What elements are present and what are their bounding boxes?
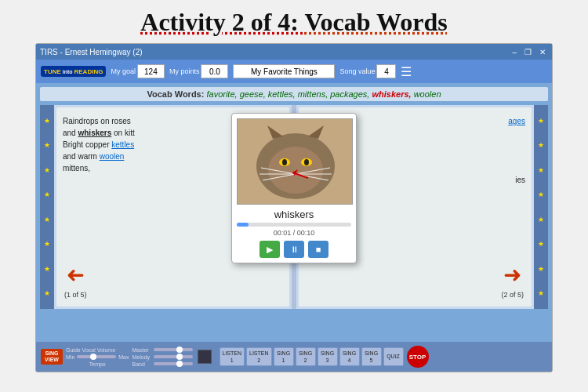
quiz-button[interactable]: QUIZ [383, 347, 404, 366]
svg-point-8 [304, 159, 309, 165]
master-melody-group: Master Melody Band [132, 347, 193, 367]
my-points-label: My points [169, 67, 200, 75]
vocab-word-5: packages, [330, 89, 369, 99]
title-bar: TIRS - Ernest Hemingway (2) – ❐ ✕ [36, 44, 552, 60]
vocab-word-2: geese, [240, 89, 266, 99]
nav-right-container: ➜ (2 of 5) [501, 259, 524, 301]
tempo-row: Min Max [66, 354, 129, 360]
band-label: Band [132, 361, 151, 367]
vocab-word-7: woolen [414, 89, 441, 99]
melody-slider[interactable] [154, 355, 193, 358]
bottom-bar: SINGVIEW Guide Vocal Volume Min Max Temp… [36, 342, 552, 372]
vocab-word-6: whiskers, [372, 89, 411, 99]
master-slider[interactable] [154, 348, 193, 351]
song-value-label: Song value [339, 67, 375, 75]
progress-bar-fill [237, 223, 249, 227]
star-border-left: ★★ ★★ ★★ ★★ [40, 105, 54, 309]
app-window: TIRS - Ernest Hemingway (2) – ❐ ✕ TUNE i… [35, 43, 553, 372]
popup-word: whiskers [237, 209, 351, 220]
logo-text3: READING [74, 68, 103, 75]
sing2-button[interactable]: SING2 [296, 347, 316, 366]
melody-label: Melody [132, 354, 151, 360]
min-label: Min [66, 354, 74, 360]
sing3-button[interactable]: SING3 [318, 347, 338, 366]
tempo-slider[interactable] [77, 355, 116, 358]
sing4-button[interactable]: SING4 [339, 347, 360, 366]
nav-left-arrow[interactable]: ➜ [67, 259, 85, 292]
ages-link[interactable]: ages [508, 117, 525, 125]
stop-button[interactable]: ■ [308, 241, 328, 258]
sing-view-button[interactable]: SINGVIEW [41, 349, 63, 365]
master-label: Master [132, 347, 151, 353]
vocab-bar-label: Vocab Words: [147, 89, 204, 99]
sing5-button[interactable]: SING5 [361, 347, 382, 366]
sing1-button[interactable]: SING1 [274, 347, 294, 366]
minimize-button[interactable]: – [510, 48, 519, 56]
my-points-field: My points [169, 64, 229, 78]
play-button[interactable]: ▶ [260, 241, 280, 258]
vocab-word-4: mittens, [298, 89, 328, 99]
logo-text2: into [61, 69, 74, 74]
title-bar-buttons: – ❐ ✕ [510, 48, 548, 56]
book-area: ★★ ★★ ★★ ★★ Raindrops on roses and whisk… [40, 105, 548, 309]
title-bar-text: TIRS - Ernest Hemingway (2) [40, 48, 510, 56]
close-button[interactable]: ✕ [537, 48, 548, 56]
title-highlight: Vocab Words [304, 8, 447, 36]
vocab-word-3: kettles, [268, 89, 296, 99]
popup-card: whiskers 00:01 / 00:10 ▶ ⏸ ■ [231, 113, 357, 263]
star-border-right: ★★ ★★ ★★ ★★ [534, 105, 548, 309]
tempo-label-row: Tempo [66, 361, 129, 367]
time-current: 00:01 [274, 229, 292, 237]
nav-left-container: ➜ (1 of 5) [64, 259, 87, 301]
my-goal-field: My goal [111, 64, 165, 78]
guide-vocal-group: Guide Vocal Volume Min Max Tempo [66, 347, 129, 367]
menu-icon[interactable]: ☰ [401, 64, 412, 79]
song-value-input[interactable] [376, 64, 396, 78]
popup-image [237, 118, 353, 205]
my-points-input[interactable] [201, 64, 228, 78]
toolbar: TUNE into READING My goal My points Song… [36, 60, 552, 83]
tempo-label: Tempo [89, 361, 106, 367]
song-name-input[interactable] [233, 64, 335, 78]
listen1-button[interactable]: LISTEN1 [220, 347, 245, 366]
time-total: 00:10 [297, 229, 315, 237]
bottom-buttons: LISTEN1 LISTEN2 SING1 SING2 SING3 SING4 … [220, 347, 404, 366]
my-goal-label: My goal [111, 67, 136, 75]
title-pre: Activity 2 of 4: [140, 8, 304, 36]
whiskers-word: whiskers [78, 129, 111, 137]
my-goal-input[interactable] [137, 64, 165, 78]
nav-right-label: (2 of 5) [501, 290, 524, 301]
svg-point-7 [282, 159, 287, 165]
color-swatch[interactable] [198, 350, 212, 364]
main-content: Vocab Words: favorite, geese, kettles, m… [36, 83, 552, 342]
kettles-link[interactable]: kettles [111, 140, 134, 149]
stop-button[interactable]: STOP [407, 346, 429, 368]
guide-vocal-label: Guide Vocal Volume [66, 347, 129, 353]
progress-bar-wrap [237, 223, 351, 227]
song-value-field: Song value [339, 64, 396, 78]
vocab-bar: Vocab Words: favorite, geese, kettles, m… [40, 87, 548, 101]
media-buttons: ▶ ⏸ ■ [237, 241, 351, 258]
pause-button[interactable]: ⏸ [284, 241, 304, 258]
melody-row: Melody [132, 354, 193, 360]
cat-image [238, 119, 353, 205]
listen2-button[interactable]: LISTEN2 [246, 347, 272, 366]
band-row: Band [132, 361, 193, 367]
woolen-link[interactable]: woolen [100, 152, 125, 161]
restore-button[interactable]: ❐ [522, 48, 534, 56]
nav-right-arrow[interactable]: ➜ [503, 259, 521, 292]
logo-text: TUNE [44, 68, 61, 75]
band-slider[interactable] [154, 362, 193, 365]
page-title: Activity 2 of 4: Vocab Words [0, 0, 588, 43]
vocab-word-1: favorite, [206, 89, 237, 99]
app-logo: TUNE into READING [41, 66, 106, 78]
time-label: 00:01 / 00:10 [237, 229, 351, 237]
max-label: Max [118, 354, 129, 360]
master-row: Master [132, 347, 193, 353]
